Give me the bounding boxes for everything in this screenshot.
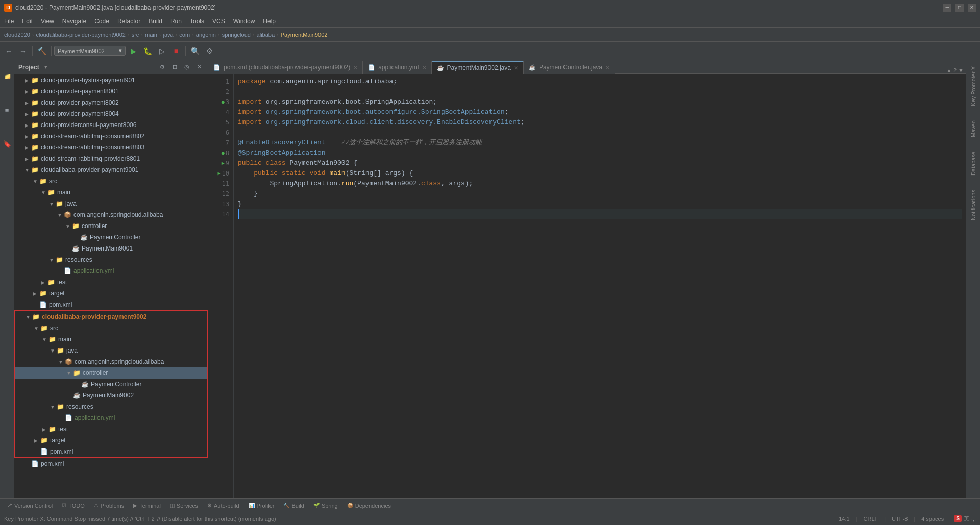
forward-button[interactable]: → bbox=[16, 44, 30, 58]
tree-item-hystrix[interactable]: ▶ 📁 cloud-provider-hystrix-payment901 bbox=[14, 74, 208, 86]
tree-item-9001-controller[interactable]: ▼ 📁 controller bbox=[14, 220, 208, 232]
tab-paymentmain9002[interactable]: ☕ PaymentMain9002.java ✕ bbox=[432, 61, 524, 74]
run-config-selector[interactable]: PaymentMain9002 ▾ bbox=[54, 46, 126, 56]
tree-item-root-pom[interactable]: ▶ 📄 pom.xml bbox=[14, 458, 208, 469]
project-panel-button[interactable]: 📁 bbox=[2, 62, 13, 93]
tree-item-9001-paymentmain[interactable]: ▶ ☕ PaymentMain9001 bbox=[14, 243, 208, 254]
tree-item-9001-target[interactable]: ▶ 📁 target bbox=[14, 288, 208, 299]
project-panel-dropdown[interactable]: ▾ bbox=[44, 64, 47, 70]
status-charset[interactable]: UTF-8 bbox=[892, 516, 908, 522]
tab-close-pom[interactable]: ✕ bbox=[353, 65, 357, 70]
menu-help[interactable]: Help bbox=[259, 15, 280, 27]
tree-item-9001-src[interactable]: ▼ 📁 src bbox=[14, 176, 208, 187]
tree-item-8803[interactable]: ▶ 📁 cloud-stream-rabbitmq-consumer8803 bbox=[14, 142, 208, 153]
bottom-tab-versioncontrol[interactable]: ⎇ Version Control bbox=[2, 502, 57, 510]
gutter-run-btn-9[interactable]: ▶ bbox=[222, 158, 225, 168]
tree-item-9001-yml[interactable]: ▶ 📄 application.yml bbox=[14, 265, 208, 277]
right-panel-notifications[interactable]: Notifications bbox=[968, 186, 978, 224]
code-content[interactable]: package com.angenin.springcloud.alibaba;… bbox=[234, 74, 966, 498]
collapse-all-button[interactable]: ⊟ bbox=[170, 63, 179, 72]
bottom-tab-dependencies[interactable]: 📦 Dependencies bbox=[343, 502, 395, 510]
bottom-tab-problems[interactable]: ⚠ Problems bbox=[90, 502, 128, 510]
minimize-button[interactable]: ─ bbox=[943, 4, 951, 12]
maximize-button[interactable]: □ bbox=[955, 4, 964, 12]
tree-item-9002-main[interactable]: ▼ 📁 main bbox=[15, 334, 207, 345]
tree-item-9002-test[interactable]: ▶ 📁 test bbox=[15, 423, 207, 435]
menu-vcs[interactable]: VCS bbox=[208, 15, 229, 27]
run-with-coverage-button[interactable]: ▷ bbox=[155, 44, 168, 58]
status-indent[interactable]: 4 spaces bbox=[921, 516, 944, 522]
tab-close-yml[interactable]: ✕ bbox=[422, 65, 426, 70]
locate-file-button[interactable]: ◎ bbox=[182, 63, 191, 72]
right-panel-maven[interactable]: Maven bbox=[968, 116, 978, 141]
tree-item-9001-pom[interactable]: ▶ 📄 pom.xml bbox=[14, 299, 208, 310]
code-editor[interactable]: 1 2 ●3 4 5 6 7 ●8 ▶9 ▶10 11 12 bbox=[208, 74, 966, 498]
tree-item-9002-pom[interactable]: ▶ 📄 pom.xml bbox=[15, 446, 207, 457]
status-encoding[interactable]: CRLF bbox=[864, 516, 878, 522]
project-settings-button[interactable]: ⚙ bbox=[158, 63, 167, 72]
bottom-tab-spring[interactable]: 🌱 Spring bbox=[309, 502, 342, 510]
menu-code[interactable]: Code bbox=[90, 15, 113, 27]
tree-item-9002-paymentmain[interactable]: ▶ ☕ PaymentMain9002 bbox=[15, 390, 207, 401]
project-tree[interactable]: ▶ 📁 cloud-provider-hystrix-payment901 ▶ … bbox=[14, 74, 208, 498]
status-position[interactable]: 14:1 bbox=[839, 516, 849, 522]
tree-item-8004[interactable]: ▶ 📁 cloud-provider-payment8004 bbox=[14, 108, 208, 119]
tree-item-9001-test[interactable]: ▶ 📁 test bbox=[14, 277, 208, 288]
breadcrumb-module[interactable]: cloudalibaba-provider-payment9002 bbox=[36, 32, 126, 38]
tree-item-9002[interactable]: ▼ 📁 cloudalibaba-provider-payment9002 bbox=[15, 311, 207, 322]
bottom-tab-services[interactable]: ◫ Services bbox=[166, 502, 202, 510]
structure-button[interactable]: ≡ bbox=[1, 104, 13, 116]
bottom-tab-build[interactable]: 🔨 Build bbox=[279, 502, 308, 510]
breadcrumb-com[interactable]: com bbox=[179, 32, 190, 38]
breadcrumb-springcloud[interactable]: springcloud bbox=[222, 32, 251, 38]
close-panel-button[interactable]: ✕ bbox=[194, 63, 204, 72]
tree-item-9002-target[interactable]: ▶ 📁 target bbox=[15, 435, 207, 446]
tab-pom[interactable]: 📄 pom.xml (cloudalibaba-provider-payment… bbox=[208, 61, 363, 74]
breadcrumb-java[interactable]: java bbox=[163, 32, 174, 38]
tree-item-8801[interactable]: ▶ 📁 cloud-stream-rabbitmq-provider8801 bbox=[14, 153, 208, 164]
tree-item-9001-resources[interactable]: ▼ 📁 resources bbox=[14, 254, 208, 265]
right-panel-database[interactable]: Database bbox=[968, 147, 978, 180]
menu-view[interactable]: View bbox=[37, 15, 58, 27]
build-button[interactable]: 🔨 bbox=[35, 44, 48, 58]
breadcrumb-alibaba[interactable]: alibaba bbox=[257, 32, 275, 38]
bottom-tab-terminal[interactable]: ▶ Terminal bbox=[129, 502, 165, 510]
stop-button[interactable]: ■ bbox=[169, 44, 183, 58]
menu-file[interactable]: File bbox=[0, 15, 18, 27]
back-button[interactable]: ← bbox=[2, 44, 15, 58]
search-everywhere-button[interactable]: 🔍 bbox=[188, 44, 202, 58]
breadcrumb-cloud2020[interactable]: cloud2020 bbox=[4, 32, 30, 38]
tree-item-9001-paymentcontroller[interactable]: ▶ ☕ PaymentController bbox=[14, 232, 208, 243]
tab-paymentcontroller[interactable]: ☕ PaymentController.java ✕ bbox=[524, 61, 615, 74]
breadcrumb-class[interactable]: PaymentMain9002 bbox=[281, 32, 328, 38]
bottom-tab-profiler[interactable]: 📊 Profiler bbox=[244, 502, 279, 510]
menu-run[interactable]: Run bbox=[166, 15, 186, 27]
tree-item-9001[interactable]: ▼ 📁 cloudalibaba-provider-payment9001 bbox=[14, 164, 208, 176]
tab-close-paymentmain9002[interactable]: ✕ bbox=[514, 65, 518, 71]
tree-item-9002-paymentcontroller[interactable]: ▶ ☕ PaymentController bbox=[15, 379, 207, 390]
gutter-run-btn-10[interactable]: ▶ bbox=[218, 168, 221, 179]
menu-refactor[interactable]: Refactor bbox=[113, 15, 144, 27]
breadcrumb-src[interactable]: src bbox=[132, 32, 139, 38]
close-button[interactable]: ✕ bbox=[968, 4, 976, 12]
tree-item-9002-src[interactable]: ▼ 📁 src bbox=[15, 322, 207, 334]
right-panel-keypromoter[interactable]: Key Promoter X bbox=[968, 62, 978, 110]
tree-item-8006[interactable]: ▶ 📁 cloud-providerconsul-payment8006 bbox=[14, 119, 208, 131]
tree-item-8001[interactable]: ▶ 📁 cloud-provider-payment8001 bbox=[14, 86, 208, 97]
bottom-tab-autobuild[interactable]: ⚙ Auto-build bbox=[203, 502, 243, 510]
tab-close-paymentcontroller[interactable]: ✕ bbox=[605, 65, 609, 70]
breadcrumb-main[interactable]: main bbox=[145, 32, 157, 38]
tree-item-8802[interactable]: ▶ 📁 cloud-stream-rabbitmq-consumer8802 bbox=[14, 131, 208, 142]
tree-item-9001-java[interactable]: ▼ 📁 java bbox=[14, 198, 208, 209]
menu-window[interactable]: Window bbox=[229, 15, 259, 27]
tree-item-9001-pkg[interactable]: ▼ 📦 com.angenin.springcloud.alibaba bbox=[14, 209, 208, 220]
tree-item-9002-controller[interactable]: ▼ 📁 controller bbox=[15, 367, 207, 379]
tree-item-8002[interactable]: ▶ 📁 cloud-provider-payment8002 bbox=[14, 97, 208, 108]
tree-item-9001-main[interactable]: ▼ 📁 main bbox=[14, 187, 208, 198]
run-button[interactable]: ▶ bbox=[127, 44, 140, 58]
tree-item-9002-pkg[interactable]: ▼ 📦 com.angenin.springcloud.alibaba bbox=[15, 356, 207, 367]
tab-yml[interactable]: 📄 application.yml ✕ bbox=[363, 61, 431, 74]
tree-item-9002-java[interactable]: ▼ 📁 java bbox=[15, 345, 207, 356]
menu-tools[interactable]: Tools bbox=[186, 15, 208, 27]
menu-edit[interactable]: Edit bbox=[18, 15, 37, 27]
